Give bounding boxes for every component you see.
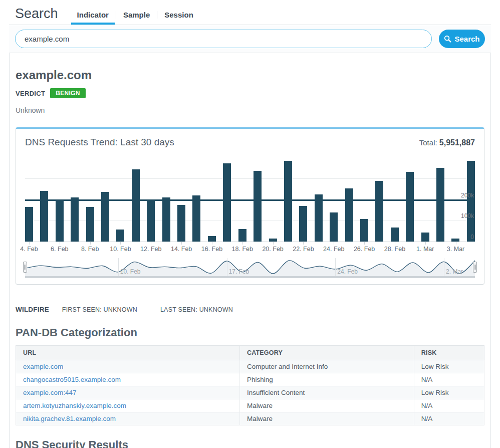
- chart-total-value: 5,951,887: [439, 138, 475, 147]
- bar-25-feb: [345, 188, 353, 242]
- category-cell: Insufficient Content: [239, 386, 414, 399]
- url-link[interactable]: artem.kotyuzhanskiy.example.com: [23, 402, 126, 409]
- navigator-date-label: 17. Feb: [229, 268, 249, 275]
- x-tick: [212, 242, 212, 245]
- chart-total-label: Total:: [419, 138, 437, 147]
- navigator-gridline: [227, 258, 227, 276]
- x-axis-label: 8. Feb: [81, 246, 99, 253]
- pandb-col-url: URL: [16, 346, 240, 360]
- x-tick: [364, 242, 365, 245]
- x-axis-label: 18. Feb: [232, 246, 253, 253]
- page-header: Search Indicator Sample Session: [0, 0, 500, 25]
- y-axis-label: 200k: [461, 192, 474, 199]
- indicator-subtitle: Unknown: [16, 106, 484, 114]
- bar-21-feb: [284, 161, 292, 242]
- x-tick: [90, 242, 91, 245]
- category-cell: Malware: [239, 399, 414, 412]
- verdict-badge: BENIGN: [50, 88, 85, 98]
- x-axis-label: 10. Feb: [110, 246, 131, 253]
- x-tick: [60, 242, 60, 245]
- bar-10-feb: [116, 230, 124, 242]
- wildfire-last-seen: LAST SEEN: UNKNOWN: [160, 306, 233, 313]
- search-panel: Search: [9, 25, 491, 53]
- bar-3-mar: [451, 239, 459, 242]
- bar-23-feb: [315, 194, 323, 242]
- navigator-right-handle[interactable]: [473, 262, 477, 273]
- bar-19-feb: [254, 171, 262, 242]
- url-cell: nikita.grachev.81.example.com: [16, 412, 240, 425]
- search-button[interactable]: Search: [439, 30, 485, 48]
- search-button-label: Search: [454, 35, 479, 43]
- bar-1-mar: [421, 233, 429, 242]
- risk-cell: Low Risk: [414, 386, 484, 399]
- url-link[interactable]: example.com: [23, 363, 63, 370]
- bar-8-feb: [86, 207, 94, 242]
- bar-20-feb: [269, 239, 277, 242]
- navigator-left-handle[interactable]: [23, 262, 27, 273]
- x-axis-label: 12. Feb: [140, 246, 161, 253]
- chart-header: DNS Requests Trend: Last 30 days Total: …: [23, 137, 477, 148]
- tab-indicator[interactable]: Indicator: [71, 11, 115, 25]
- navigator-date-label: 24. Feb: [337, 268, 358, 275]
- url-link[interactable]: nikita.grachev.81.example.com: [23, 415, 116, 422]
- x-axis-label: 24. Feb: [323, 246, 344, 253]
- indicator-title: example.com: [16, 53, 484, 82]
- navigator-gridline: [335, 258, 336, 276]
- x-tick: [425, 242, 426, 245]
- url-link[interactable]: example.com:447: [23, 389, 77, 396]
- bar-29-feb: [406, 172, 414, 242]
- wildfire-row: WILDFIRE FIRST SEEN: UNKNOWN LAST SEEN: …: [16, 306, 484, 313]
- bar-24-feb: [330, 212, 338, 242]
- bar-18-feb: [238, 229, 246, 242]
- x-tick: [334, 242, 334, 245]
- results-container: example.com VERDICT BENIGN Unknown DNS R…: [9, 53, 491, 448]
- x-tick: [242, 242, 243, 245]
- navigator-date-label: 2. Mar: [446, 268, 463, 275]
- chart-total: Total: 5,951,887: [419, 138, 475, 147]
- pandb-col-category: CATEGORY: [239, 346, 414, 360]
- bar-2-mar: [436, 168, 444, 242]
- search-input[interactable]: [15, 30, 432, 48]
- category-cell: Computer and Internet Info: [239, 360, 414, 373]
- url-cell: example.com: [16, 360, 240, 373]
- x-tick: [456, 242, 456, 245]
- bar-22-feb: [299, 206, 307, 242]
- pandb-table-row: example.comComputer and Internet InfoLow…: [16, 360, 484, 373]
- navigator-gridline: [118, 258, 119, 276]
- bar-28-feb: [391, 228, 399, 242]
- chart-navigator[interactable]: 10. Feb17. Feb24. Feb2. Mar: [25, 258, 475, 276]
- tab-session-label: Session: [164, 11, 193, 19]
- verdict-label: VERDICT: [16, 90, 45, 97]
- x-tick: [395, 242, 395, 245]
- navigator-scrollbar-track[interactable]: [25, 276, 475, 278]
- bar-15-feb: [192, 195, 200, 242]
- x-axis-label: 3. Mar: [447, 246, 464, 253]
- tab-separator: [157, 11, 157, 19]
- pandb-table-row: artem.kotyuzhanskiy.example.comMalwareN/…: [16, 399, 484, 412]
- x-tick: [303, 242, 304, 245]
- page-title: Search: [15, 6, 58, 25]
- x-axis-label: 6. Feb: [51, 246, 68, 253]
- bar-5-feb: [40, 191, 48, 242]
- wildfire-label: WILDFIRE: [16, 306, 49, 313]
- tab-sample-label: Sample: [123, 11, 150, 19]
- tab-session[interactable]: Session: [158, 11, 199, 25]
- risk-cell: Low Risk: [414, 360, 484, 373]
- tab-separator: [116, 11, 116, 19]
- x-axis-label: 1. Mar: [416, 246, 434, 253]
- x-tick: [29, 242, 30, 245]
- category-cell: Phishing: [239, 373, 414, 386]
- tab-sample[interactable]: Sample: [117, 11, 156, 25]
- chart-x-axis: 4. Feb6. Feb8. Feb10. Feb12. Feb14. Feb1…: [25, 242, 475, 254]
- x-axis-label: 28. Feb: [384, 246, 405, 253]
- x-axis-label: 26. Feb: [354, 246, 375, 253]
- url-link[interactable]: changocastro5015.example.com: [23, 376, 121, 383]
- url-cell: example.com:447: [16, 386, 240, 399]
- bar-11-feb: [132, 169, 140, 242]
- navigator-gridline: [444, 258, 444, 276]
- bar-14-feb: [177, 205, 185, 242]
- bar-17-feb: [223, 163, 231, 242]
- bar-26-feb: [360, 219, 368, 242]
- dns-security-section-title: DNS Security Results: [16, 438, 484, 448]
- average-plotline: [25, 199, 475, 201]
